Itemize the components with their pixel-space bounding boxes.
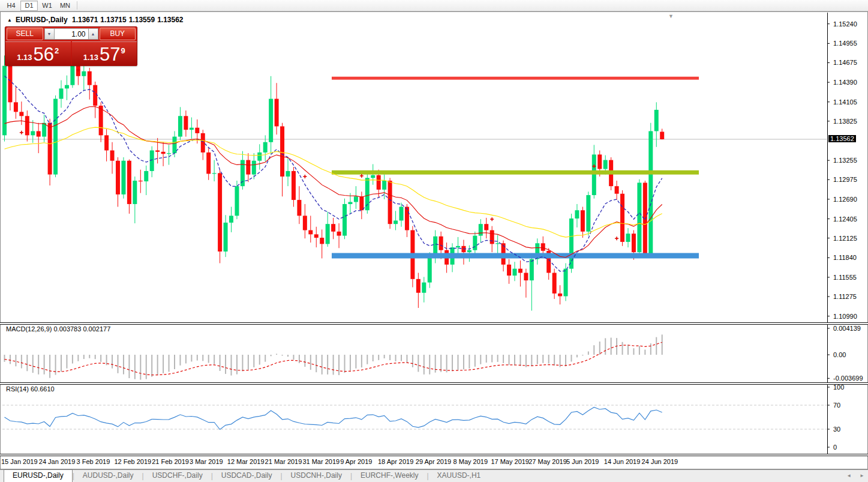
tab-eurusd-daily[interactable]: EURUSD-,Daily xyxy=(4,469,73,482)
tab-usdchf-daily[interactable]: USDCHF-,Daily xyxy=(144,470,211,482)
price-axis-label: 1.12690 xyxy=(833,196,857,203)
timeframe-toolbar: H4D1W1MN xyxy=(0,0,868,11)
price-axis-label: 1.13825 xyxy=(833,118,857,125)
ohlc-low: 1.13559 xyxy=(129,16,155,24)
rsi-axis-label: 70 xyxy=(833,402,840,409)
price-axis-label: 1.11275 xyxy=(833,293,857,300)
sell-price-main: 56 xyxy=(34,46,54,64)
chart-title: ▲EURUSD-,Daily 1.136711.137151.135591.13… xyxy=(7,16,186,24)
trading-platform: { "toolbar":{"timeframes":[ {"label":"H4… xyxy=(0,0,868,482)
date-axis-label: 27 May 2019 xyxy=(528,458,567,465)
price-axis-label: 1.12405 xyxy=(833,215,857,223)
price-axis-label: 1.15240 xyxy=(833,20,857,28)
sell-button[interactable]: SELL xyxy=(7,28,43,40)
toolbar-separator xyxy=(77,1,77,10)
chart-window[interactable] xyxy=(0,11,868,469)
volume-increase-icon[interactable]: ▲ xyxy=(88,28,98,40)
price-axis-label: 1.14105 xyxy=(833,98,857,106)
sell-price-display[interactable]: 1.13 56 2 xyxy=(5,41,71,66)
buy-price-prefix: 1.13 xyxy=(83,53,98,62)
tabs-holder: EURUSD-,Daily|AUDUSD-,Daily|USDCHF-,Dail… xyxy=(0,469,489,482)
volume-decrease-icon[interactable]: ▼ xyxy=(44,28,55,40)
date-axis-label: 3 Feb 2019 xyxy=(77,458,110,465)
current-price-tag: 1.13562 xyxy=(828,135,856,142)
price-axis-label: 1.14675 xyxy=(833,59,857,66)
timeframe-button-d1[interactable]: D1 xyxy=(20,1,38,11)
timeframe-button-mn[interactable]: MN xyxy=(56,1,74,11)
tab-usdcad-daily[interactable]: USDCAD-,Daily xyxy=(213,470,281,482)
price-axis-label: 1.11555 xyxy=(833,274,857,281)
tab-scroll-right-icon[interactable]: ► xyxy=(860,473,864,478)
tab-scroll-buttons: ◄ ► xyxy=(846,473,864,478)
macd-axis-label: 0.00 xyxy=(833,351,846,358)
macd-pane-label: MACD(12,26,9) 0.003783 0.002177 xyxy=(6,325,110,333)
date-axis-label: 5 Jun 2019 xyxy=(566,458,599,465)
timeframe-button-w1[interactable]: W1 xyxy=(38,1,56,11)
collapse-panel-arrow[interactable]: ▲ xyxy=(7,17,12,23)
date-axis-label: 9 Apr 2019 xyxy=(340,458,372,465)
tab-scroll-left-icon[interactable]: ◄ xyxy=(846,473,851,478)
tab-xauusd-h1[interactable]: XAUUSD-,H1 xyxy=(429,470,489,482)
ohlc-open: 1.13671 xyxy=(72,16,98,24)
rsi-axis-label: 30 xyxy=(833,426,840,433)
date-axis-label: 31 Mar 2019 xyxy=(302,458,340,465)
buy-price-display[interactable]: 1.13 57 9 xyxy=(72,41,137,66)
date-axis-label: 17 May 2019 xyxy=(491,458,529,465)
date-axis-label: 24 Jan 2019 xyxy=(39,458,76,465)
timeframe-buttons: H4D1W1MN xyxy=(2,1,74,11)
symbol-tab-bar: EURUSD-,Daily|AUDUSD-,Daily|USDCHF-,Dail… xyxy=(0,469,868,482)
date-axis-label: 18 Apr 2019 xyxy=(378,458,413,465)
date-axis-label: 12 Mar 2019 xyxy=(227,458,265,465)
macd-axis-label: 0.004139 xyxy=(833,325,861,332)
rsi-axis-label: 0 xyxy=(833,444,837,451)
price-axis-label: 1.14390 xyxy=(833,79,857,86)
ohlc-close: 1.13562 xyxy=(157,16,183,24)
price-axis-label: 1.13255 xyxy=(833,157,857,164)
price-axis-label: 1.10990 xyxy=(833,313,857,320)
buy-button[interactable]: BUY xyxy=(100,28,136,40)
date-axis-label: 14 Jun 2019 xyxy=(604,458,641,465)
date-axis-label: 21 Feb 2019 xyxy=(152,458,189,465)
chart-shift-marker-icon[interactable]: ▼ xyxy=(668,13,674,19)
trade-panel-controls: SELL ▼ ▲ BUY xyxy=(5,27,137,41)
date-axis-label: 3 Mar 2019 xyxy=(190,458,223,465)
date-axis-label: 15 Jan 2019 xyxy=(1,458,38,465)
ohlc-high: 1.13715 xyxy=(100,16,126,24)
macd-rsi-divider[interactable] xyxy=(0,382,868,385)
trade-panel-prices: 1.13 56 2 1.13 57 9 xyxy=(5,41,137,66)
date-axis-label: 29 Apr 2019 xyxy=(416,458,451,465)
buy-price-main: 57 xyxy=(100,46,120,64)
rsi-dateaxis-divider xyxy=(0,454,868,456)
price-axis-label: 1.12125 xyxy=(833,235,857,242)
one-click-trading-panel: SELL ▼ ▲ BUY 1.13 56 2 1.13 57 9 xyxy=(5,26,137,66)
volume-spinner: ▼ ▲ xyxy=(44,28,98,40)
price-axis-label: 1.11840 xyxy=(833,254,857,261)
tab-usdcnh-daily[interactable]: USDCNH-,Daily xyxy=(283,470,350,482)
date-axis-label: 24 Jun 2019 xyxy=(642,458,678,465)
volume-input[interactable] xyxy=(55,28,88,40)
symbol-title: EURUSD-,Daily xyxy=(16,16,68,24)
buy-price-pips: 9 xyxy=(121,46,125,55)
sell-price-prefix: 1.13 xyxy=(17,53,32,62)
sell-price-pips: 2 xyxy=(55,46,59,55)
date-axis-label: 21 Mar 2019 xyxy=(265,458,302,465)
price-axis-label: 1.12975 xyxy=(833,176,857,183)
tab-audusd-daily[interactable]: AUDUSD-,Daily xyxy=(74,470,142,482)
macd-axis-label: -0.003699 xyxy=(833,375,863,382)
price-axis-label: 1.14955 xyxy=(833,40,857,47)
main-macd-divider[interactable] xyxy=(0,322,868,325)
date-axis-label: 12 Feb 2019 xyxy=(114,458,151,465)
rsi-pane-label: RSI(14) 60.6610 xyxy=(6,385,55,393)
date-axis-label: 8 May 2019 xyxy=(453,458,488,465)
timeframe-button-h4[interactable]: H4 xyxy=(2,1,20,11)
tab-eurchf-weekly[interactable]: EURCHF-,Weekly xyxy=(352,470,427,482)
